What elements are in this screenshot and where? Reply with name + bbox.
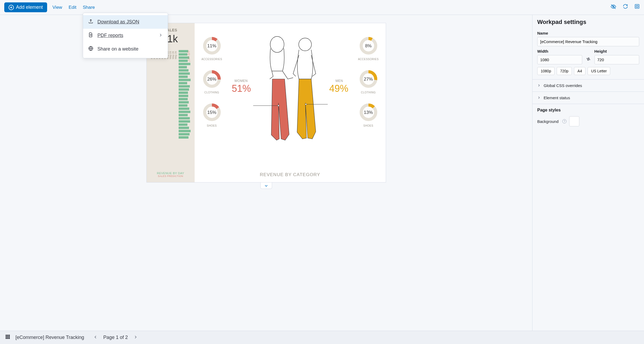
pager-prev[interactable] <box>93 334 99 341</box>
revenue-bar <box>179 95 188 97</box>
global-css-label: Global CSS overrides <box>544 83 582 88</box>
add-element-button[interactable]: Add element <box>4 2 47 12</box>
revenue-bar <box>179 69 189 72</box>
footer-workpad-name: [eCommerce] Revenue Tracking <box>15 335 84 340</box>
revenue-bar <box>179 114 188 116</box>
share-pdf-reports[interactable]: PDF reports <box>83 29 168 42</box>
sidebar-name-section: Name Width Height 1080p720pA4US Letter <box>532 28 644 80</box>
menubar: View Edit Share Download as JSON PDF rep… <box>52 5 95 10</box>
chart-y-axis: May 02May 05May 08May 11May 14May 17May … <box>150 50 177 169</box>
element-status-toggle[interactable]: Element status <box>532 92 644 104</box>
grid-icon[interactable] <box>5 334 10 341</box>
men-label: MEN <box>335 79 343 83</box>
top-toolbar: Add element View Edit Share Download as … <box>0 0 644 15</box>
swap-dimensions-icon[interactable] <box>585 57 592 64</box>
men-shoes-pct: 13% <box>354 110 383 115</box>
menu-view[interactable]: View <box>52 5 62 10</box>
revenue-bar <box>179 72 190 75</box>
preset-720p[interactable]: 720p <box>557 67 572 75</box>
men-clothing-pct: 27% <box>354 77 383 82</box>
preset-1080p[interactable]: 1080p <box>537 67 555 75</box>
sales-prediction-title: SALES PREDICTION <box>150 175 191 177</box>
svg-point-20 <box>305 103 307 105</box>
page-styles-section: Page styles Background ? <box>532 104 644 130</box>
revenue-bar <box>179 50 188 52</box>
men-clothing-donut: 27% CLOTHING <box>354 70 383 94</box>
sidebar-title: Workpad settings <box>532 15 644 28</box>
width-input[interactable] <box>537 55 582 64</box>
pager-next[interactable] <box>133 334 138 341</box>
revenue-bar <box>179 117 190 119</box>
women-accessories-label: ACCESSORIES <box>197 58 227 61</box>
fullscreen-icon[interactable] <box>634 4 640 11</box>
width-label: Width <box>537 49 582 53</box>
revenue-bar <box>179 66 187 68</box>
revenue-bar <box>179 82 187 84</box>
women-shoes-donut: 15% SHOES <box>197 103 227 127</box>
preset-a4[interactable]: A4 <box>574 67 585 75</box>
revenue-bar <box>179 130 191 132</box>
chevron-right-icon <box>537 83 540 88</box>
share-download-json[interactable]: Download as JSON <box>83 15 168 29</box>
chevron-right-icon <box>159 33 162 38</box>
revenue-by-day-title: REVENUE BY DAY <box>150 172 191 175</box>
add-element-label: Add element <box>16 5 43 10</box>
menu-share[interactable]: Share Download as JSON PDF reports <box>83 5 95 10</box>
upload-icon <box>88 19 94 25</box>
revenue-by-day-chart: May 02May 05May 08May 11May 14May 17May … <box>150 50 191 169</box>
canvas-chevron-down[interactable] <box>260 183 272 189</box>
refresh-icon[interactable] <box>623 4 628 11</box>
revenue-bar <box>179 63 190 65</box>
revenue-bar <box>179 111 190 113</box>
eye-off-icon[interactable] <box>610 4 616 11</box>
svg-rect-28 <box>7 338 9 339</box>
women-accessories-donut: 11% ACCESSORIES <box>197 36 227 61</box>
men-accessories-donut: 8% ACCESSORIES <box>354 36 383 61</box>
svg-rect-22 <box>7 335 9 336</box>
revenue-bar <box>179 85 190 88</box>
svg-rect-26 <box>9 336 10 338</box>
revenue-bar <box>179 79 191 81</box>
document-icon <box>88 32 94 39</box>
share-on-website[interactable]: Share on a website <box>83 42 168 56</box>
menu-edit[interactable]: Edit <box>69 5 76 10</box>
background-swatch[interactable] <box>569 116 579 126</box>
preset-us-letter[interactable]: US Letter <box>588 67 610 75</box>
plus-circle-icon <box>9 5 14 10</box>
svg-rect-2 <box>635 5 639 9</box>
women-accessories-pct: 11% <box>197 43 227 49</box>
globe-icon <box>88 46 94 52</box>
revenue-bar <box>179 104 187 107</box>
revenue-by-category-panel: 11% ACCESSORIES 26% CLOTHING 15% SHOES 8… <box>195 23 386 182</box>
help-icon[interactable]: ? <box>562 119 567 123</box>
chevron-right-icon <box>537 96 540 100</box>
revenue-bar <box>179 53 187 56</box>
height-label: Height <box>594 49 639 53</box>
share-on-website-label: Share on a website <box>97 46 138 52</box>
revenue-bar <box>179 136 189 139</box>
svg-point-15 <box>270 36 284 52</box>
name-input[interactable] <box>537 37 639 46</box>
revenue-bar <box>179 56 189 59</box>
svg-rect-27 <box>6 338 7 339</box>
workpad-canvas[interactable]: TOTAL SALES $351k May 02May 05May 08May … <box>146 23 386 183</box>
svg-rect-21 <box>6 335 7 336</box>
men-shoes-label: SHOES <box>354 124 383 127</box>
pager-label: Page 1 of 2 <box>103 335 128 340</box>
svg-point-18 <box>278 105 279 106</box>
people-illustration <box>253 34 328 151</box>
svg-rect-24 <box>6 336 7 338</box>
chart-bars <box>179 50 191 169</box>
height-input[interactable] <box>594 55 639 64</box>
revenue-bar <box>179 88 189 91</box>
global-css-overrides-toggle[interactable]: Global CSS overrides <box>532 80 644 92</box>
revenue-bar <box>179 60 188 62</box>
revenue-bar <box>179 120 190 123</box>
revenue-bar <box>179 76 188 78</box>
share-pdf-reports-label: PDF reports <box>97 33 123 38</box>
footer-bar: [eCommerce] Revenue Tracking Page 1 of 2 <box>0 331 644 344</box>
revenue-bar <box>179 101 189 103</box>
pager: Page 1 of 2 <box>93 334 138 341</box>
women-clothing-label: CLOTHING <box>197 91 227 94</box>
canvas-area: TOTAL SALES $351k May 02May 05May 08May … <box>0 15 532 331</box>
